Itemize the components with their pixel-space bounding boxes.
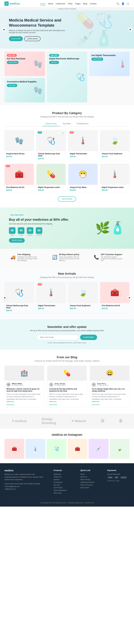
blog-read-more[interactable]: Read More [6, 404, 14, 406]
hero-shop-button[interactable]: SHOP NOW [9, 36, 23, 41]
instagram-item[interactable]: 🩺 [47, 439, 67, 459]
promo-grid: 50% OFF For First Purchase SHOP NOW 🧤 50… [0, 48, 134, 106]
newsletter-email-input[interactable] [37, 335, 79, 340]
product-badge: sale [38, 132, 42, 134]
view-more-button[interactable]: VIEW MORE [58, 196, 76, 202]
logo[interactable]: m medicia. [4, 2, 20, 6]
footer-quicklinks-title: Quick Link [80, 469, 103, 472]
blog-read-more[interactable]: Read More [92, 404, 100, 406]
blog-avatar: W [6, 382, 10, 387]
nav-about[interactable]: About [48, 2, 53, 5]
payment-mastercard: MC [114, 476, 119, 479]
store-notice: # Medical Store Template [0, 7, 134, 10]
promo-icon-1: 🧤 [33, 60, 43, 68]
blog-author-info: Anna Perry 21 January 2020 [97, 383, 108, 386]
support-icon: 📞 [94, 255, 99, 260]
footer-link[interactable]: Help Center [80, 487, 103, 488]
footer-link[interactable]: Nutrition [54, 479, 76, 480]
blog-read-more[interactable]: Read More [49, 404, 57, 406]
footer-link[interactable]: Other Sale [54, 492, 76, 494]
footer-link[interactable]: Accessories [54, 481, 76, 483]
header: m medicia. Home About Collections Shop P… [0, 0, 134, 7]
tab-top-rated[interactable]: Top Rated [60, 122, 74, 126]
promo-title-1: For First Purchase [7, 57, 25, 60]
product-price: $36.00 [102, 155, 128, 158]
instagram-item[interactable]: 🧰 [67, 439, 87, 459]
footer-link[interactable]: Refund Policy [80, 479, 103, 480]
footer-link[interactable]: 3D Products [54, 487, 76, 488]
wishlist-btn[interactable]: ♡ [57, 132, 61, 135]
feature-desc-shipping: Shopping Over $50 or first purchase you … [17, 256, 40, 261]
instagram-section: medicia on Instagram 🧰 🌡️ 🩺 🧰 💉 🍃 [0, 428, 134, 463]
category-subtitle: Shopping Over $50 or first purchase you … [4, 116, 130, 118]
product-name: Digital Temperature meter [38, 186, 64, 188]
footer-link[interactable]: Shipping & Returns [80, 481, 103, 483]
promo-shop-btn-3[interactable]: SHOP NOW [91, 58, 103, 61]
arrival-product-info: Clinical Stethoscope Dual Head $99.00 [5, 303, 34, 313]
promo-shop-btn-4[interactable]: Shop Now [7, 84, 17, 87]
main-nav: Home About Collections Shop Pages Blog C… [40, 2, 96, 5]
partner-logo: Design Branding [42, 417, 56, 425]
instagram-item[interactable]: 💉 [89, 439, 108, 459]
subscribe-button[interactable]: SUBSCRIBE [80, 335, 97, 340]
blog-image: 🏥 [5, 366, 44, 381]
footer-link[interactable]: Medicines [54, 473, 76, 475]
product-card: new 🧰 First Medicine Aid Kit $99.00 [4, 164, 34, 193]
footer-link[interactable]: Vitamins & [54, 476, 76, 478]
tab-trending[interactable]: Trending Items [74, 122, 92, 126]
sale-product-image: 🌿🧴 [95, 221, 125, 235]
promo-title-2: Digital Electronic Stethoscope [49, 57, 79, 60]
nav-pages[interactable]: Pages [75, 2, 80, 5]
blog-post-title: Try to always laugh when you can, it is … [92, 388, 128, 392]
user-icon[interactable]: 👤 [122, 2, 125, 5]
hero-next-arrow[interactable]: ▶ [128, 27, 133, 32]
instagram-item[interactable]: 🧰 [4, 439, 24, 459]
sale-shop-button[interactable]: SHOP NOW [9, 238, 25, 243]
arrival-product-info: First Medicine Aid Kit $25.00 [100, 303, 129, 311]
product-info: Surgical Hand Gloves $40.00 [5, 151, 34, 159]
footer-link[interactable]: Doctor Equipment [54, 490, 76, 491]
tab-popular[interactable]: Popular Items [43, 122, 60, 126]
cart-icon[interactable]: 🛒 [127, 2, 130, 5]
compare-btn[interactable]: ⇄ [61, 132, 65, 135]
footer-link[interactable]: Home [80, 473, 103, 475]
footer-link[interactable]: Terms of Service [80, 484, 103, 486]
nav-collections[interactable]: Collections [56, 2, 65, 5]
feature-title-return: 90 Days Return policy [59, 253, 82, 256]
search-icon[interactable]: 🔍 [116, 2, 119, 5]
footer: medicia Medicia is an online medical ser… [0, 463, 134, 506]
blog-avatar: A [92, 382, 96, 387]
hero-learn-button[interactable]: LEARN MORE [24, 36, 41, 41]
footer-email: mediicia@gmail.com [4, 486, 49, 487]
nav-blog[interactable]: Blog [83, 2, 87, 5]
hero-prev-arrow[interactable]: ◀ [1, 27, 6, 32]
product-badge: new [6, 165, 10, 167]
instagram-item[interactable]: 🌡️ [25, 439, 45, 459]
arrivals-subtitle: Shopping Over $50 or first purchase you … [4, 276, 130, 278]
arrivals-next-arrow[interactable]: ▶ [127, 295, 132, 300]
sale-banner: Intro Sale Offer! Buy all of your medici… [0, 208, 134, 249]
features: 🚚 Free Shipping Shopping Over $50 or fir… [0, 249, 134, 266]
footer-link[interactable]: Pet Care [54, 484, 76, 486]
hero-section: ◀ Medicia Medical Service and Woocommerc… [0, 10, 134, 48]
countdown-hours-label: Hours [18, 234, 24, 236]
blog-author-info: William Miller 21 January 2020 [12, 383, 23, 386]
arrivals-prev-arrow[interactable]: ◀ [2, 295, 7, 300]
newsletter-form: SUBSCRIBE [9, 335, 125, 340]
product-image: 😷 [68, 164, 98, 185]
footer-link[interactable]: About Us [80, 476, 103, 478]
blog-date: 21 January 2020 [12, 384, 23, 386]
nav-home[interactable]: Home [40, 2, 45, 6]
footer-powered-by: Powered by: stripe [107, 480, 130, 482]
product-info: Digital Temperature meter $99.00 [36, 185, 66, 193]
promo-shop-btn-1[interactable]: SHOP NOW [7, 61, 19, 64]
nav-shop[interactable]: Shop [68, 2, 72, 5]
instagram-item[interactable]: 🍃 [110, 439, 130, 459]
nav-contact[interactable]: Contact [90, 2, 96, 5]
blog-author-info: Jenny Jensen 21 January 2020 [55, 383, 66, 386]
promo-shop-btn-2[interactable]: Visit Now [49, 61, 59, 64]
feature-text: Free Shipping Shopping Over $50 or first… [17, 253, 40, 261]
view-more: VIEW MORE [4, 196, 130, 202]
feature-title-support: 24/7 Customer Support [101, 253, 124, 256]
arrival-product-info: Aloeara Food Supliment $99.00 [68, 303, 98, 311]
